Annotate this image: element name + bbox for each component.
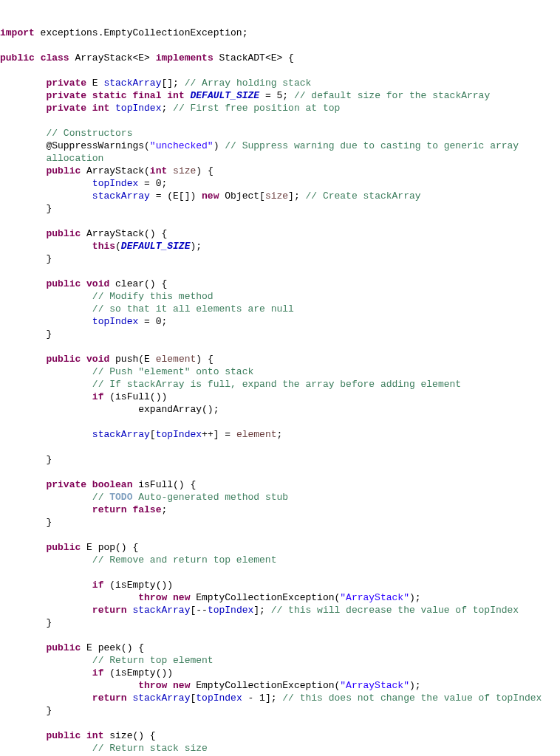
comment: // TODO Auto-generated method stub [92,492,288,503]
field-stackArray: stackArray [103,78,161,89]
line: private int topIndex; // First free posi… [0,103,340,114]
line: } [0,253,52,264]
line: } [0,517,52,528]
line: // If stackArray is full, expand the arr… [0,379,461,390]
comment: // Create stackArray [306,190,421,202]
line: // Return top element [0,655,214,666]
todo-tag: TODO [109,492,132,503]
line: topIndex = 0; [0,178,167,189]
comment: // Return stack size [92,743,208,754]
line: } [0,203,52,214]
comment: // default size for the stackArray [294,90,490,101]
line: public int size() { [0,730,156,741]
line: return stackArray[--topIndex]; // this w… [0,605,519,616]
line: } [0,329,52,340]
line: expandArray(); [0,404,219,415]
line: private E stackArray[]; // Array holding… [0,78,311,89]
comment: // If stackArray is full, expand the arr… [92,379,461,390]
line: public class ArrayStack<E> implements St… [0,52,294,63]
line: this(DEFAULT_SIZE); [0,241,202,252]
comment: // Return top element [92,655,214,666]
line: } [0,454,52,465]
line: // so that it all elements are null [0,303,294,315]
comment: // First free position at top [173,103,340,114]
comment: // Array holding stack [185,78,312,89]
line: return stackArray[topIndex - 1]; // this… [0,693,542,704]
line: private static final int DEFAULT_SIZE = … [0,90,490,101]
comment: // Suppress warning due to casting to ge… [225,140,519,151]
comment: // this will decrease the value of topIn… [271,605,519,616]
line: if (isFull()) [0,391,167,402]
keyword-class: class [41,52,69,63]
line: public void clear() { [0,278,167,289]
comment: // so that it all elements are null [92,303,294,315]
comment: // Remove and return top element [92,554,277,566]
line: public ArrayStack() { [0,228,167,239]
line: throw new EmptyCollectionException("Arra… [0,680,421,691]
line: public E peek() { [0,642,144,653]
comment: // this does not change the value of top… [282,693,542,704]
line: return false; [0,504,167,515]
line: public E pop() { [0,542,138,553]
comment: // Modify this method [92,291,214,302]
line: stackArray[topIndex++] = element; [0,429,282,440]
line: stackArray = (E[]) new Object[size]; // … [0,190,421,202]
line: import exceptions.EmptyCollectionExcepti… [0,27,247,38]
line: allocation [0,153,103,164]
line: } [0,705,52,716]
line: // Constructors [0,128,132,139]
line: if (isEmpty()) [0,667,173,678]
line: // Push "element" onto stack [0,366,253,377]
line: public ArrayStack(int size) { [0,165,214,176]
line: topIndex = 0; [0,316,167,327]
comment: // Constructors [46,128,132,139]
line: // Modify this method [0,291,214,302]
line: } [0,617,52,628]
line: throw new EmptyCollectionException("Arra… [0,592,421,603]
param-size: size [173,165,196,176]
code-block: import exceptions.EmptyCollectionExcepti… [0,27,560,756]
line: // TODO Auto-generated method stub [0,492,288,503]
param-element: element [156,354,197,365]
line: // Return stack size [0,743,208,754]
keyword-import: import [0,27,35,38]
line: public void push(E element) { [0,354,214,365]
keyword-implements: implements [156,52,214,63]
line: // Remove and return top element [0,554,276,566]
keyword-public: public [0,52,35,63]
const-default-size: DEFAULT_SIZE [191,90,260,101]
field-topIndex: topIndex [115,103,161,114]
line: private boolean isFull() { [0,479,196,490]
line: if (isEmpty()) [0,580,173,591]
line: @SuppressWarnings("unchecked") // Suppre… [0,140,519,151]
comment: // Push "element" onto stack [92,366,253,377]
string-literal: "unchecked" [150,140,214,151]
